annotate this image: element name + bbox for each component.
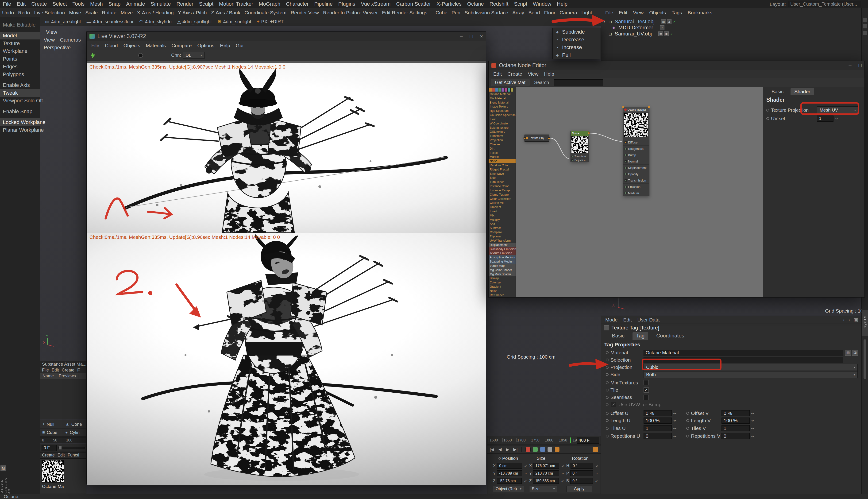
input-pin-icon[interactable]: [572, 156, 573, 157]
node-type-item[interactable]: W Coordinate: [489, 121, 516, 126]
expand-arrow-icon[interactable]: ▾: [603, 20, 609, 24]
live-viewer-menu-item[interactable]: File: [88, 43, 102, 48]
material-channel-row[interactable]: Normal: [623, 158, 649, 165]
node-graph-canvas[interactable]: Texture Proj Noise Transform: [516, 87, 763, 297]
viewport-menu-item[interactable]: Cameras: [60, 37, 81, 43]
live-viewer-menu-item[interactable]: Objects: [121, 43, 143, 48]
projection-dropdown[interactable]: Cubic ▾: [644, 364, 858, 371]
viewport-menu-item[interactable]: View: [44, 37, 55, 43]
asset-panel-column-header[interactable]: Name: [40, 374, 56, 379]
menubar-item[interactable]: Snap: [106, 1, 123, 7]
current-frame-field[interactable]: 408 F: [577, 437, 599, 443]
size-mode-dropdown[interactable]: Size▾: [529, 486, 558, 492]
uv-tag-icon[interactable]: ▣: [664, 32, 669, 36]
material-manager-menu-item[interactable]: Create: [42, 453, 55, 458]
node-type-item[interactable]: Random Color: [489, 163, 516, 168]
context-menu-item[interactable]: ▪ Increase: [553, 44, 601, 51]
color-chip[interactable]: [492, 88, 495, 92]
color-chip[interactable]: [489, 88, 492, 92]
menubar-item[interactable]: Carbon Scatter: [393, 1, 433, 7]
node-noise[interactable]: Noise Transform: [571, 131, 589, 162]
stepper-icons[interactable]: ▴▾: [596, 472, 598, 475]
node-type-item[interactable]: Falloff: [489, 151, 516, 155]
texture-tag-icon[interactable]: ▦: [661, 19, 666, 24]
pos-y-field[interactable]: -13.789 cm: [497, 470, 522, 476]
material-channel-row[interactable]: Transmission: [623, 177, 649, 183]
mode-button[interactable]: Edges: [0, 63, 40, 71]
node-type-item[interactable]: Add: [489, 222, 516, 226]
node-type-item[interactable]: Transform: [489, 134, 516, 138]
material-channel-row[interactable]: Bump: [623, 152, 649, 158]
menubar-item[interactable]: Window: [530, 1, 554, 7]
anim-dot-icon[interactable]: [606, 396, 609, 399]
toolbar-button[interactable]: Pen: [449, 10, 462, 15]
toolbar-button[interactable]: Move: [119, 10, 135, 15]
channel-pin-icon[interactable]: [624, 148, 627, 150]
node-type-item[interactable]: Baking texture: [489, 126, 516, 130]
node-type-item[interactable]: Colorizer: [489, 280, 516, 284]
plugin-button[interactable]: ☀ 4dm_sunlight: [216, 19, 253, 24]
frame-slider-handle[interactable]: [59, 446, 62, 449]
node-type-item[interactable]: RefShader: [489, 293, 516, 297]
menubar-item[interactable]: Animate: [123, 1, 148, 7]
node-header[interactable]: Octane Material: [623, 107, 649, 112]
mix-textures-checkbox[interactable]: [644, 380, 649, 385]
rot-h-field[interactable]: 0 °: [571, 463, 593, 469]
node-editor-titlebar[interactable]: Octane Node Editor – □: [489, 61, 865, 70]
repetitions-u-field[interactable]: 0: [644, 433, 672, 439]
toolbar-button[interactable]: Array: [510, 10, 526, 15]
toolbar-button[interactable]: Bend: [526, 10, 542, 15]
material-picker-icon[interactable]: ▦: [845, 350, 851, 356]
toolbar-button[interactable]: Render View: [289, 10, 321, 15]
node-type-item[interactable]: Rgb Spectrum: [489, 109, 516, 113]
anim-dot-icon[interactable]: [606, 381, 609, 384]
mode-button[interactable]: Make Editable: [0, 21, 40, 29]
node-type-item[interactable]: Sine Wave: [489, 172, 516, 176]
tiles-v-field[interactable]: 1: [721, 425, 750, 431]
node-type-item[interactable]: Triplanar: [489, 234, 516, 239]
node-type-item[interactable]: Mix: [489, 214, 516, 218]
mode-button[interactable]: Planar Workplane: [0, 126, 40, 134]
asset-panel-column-header[interactable]: Previews: [56, 374, 78, 379]
node-editor-menu-item[interactable]: Create: [504, 71, 525, 77]
node-type-item[interactable]: Compare: [489, 230, 516, 234]
phong-tag-icon[interactable]: ◪: [667, 19, 672, 24]
tab-tag[interactable]: Tag: [633, 332, 648, 340]
stepper-icons[interactable]: ◂▸: [751, 419, 755, 422]
anim-dot-icon[interactable]: [499, 457, 501, 460]
apply-button[interactable]: Apply: [566, 486, 592, 492]
object-manager-menu-item[interactable]: View: [630, 10, 646, 15]
tile-checkbox[interactable]: ✓: [644, 388, 649, 393]
side-dropdown[interactable]: Both ▾: [644, 371, 858, 378]
color-chip[interactable]: [495, 88, 498, 92]
color-chip[interactable]: [498, 88, 501, 92]
anim-dot-icon[interactable]: [686, 427, 689, 430]
color-chip[interactable]: [525, 447, 530, 452]
stepper-icons[interactable]: ◂▸: [835, 117, 839, 120]
material-channel-row[interactable]: Displacement: [623, 165, 649, 171]
stepper-icons[interactable]: ▴▾: [596, 465, 598, 467]
channel-pin-icon[interactable]: [624, 179, 627, 182]
object-manager-menu-item[interactable]: Tags: [669, 10, 685, 15]
minimize-icon[interactable]: –: [460, 33, 463, 39]
mode-button[interactable]: Texture: [0, 39, 40, 47]
color-chip[interactable]: [511, 88, 513, 92]
material-link-field[interactable]: Octane Material: [644, 350, 843, 356]
menubar-item[interactable]: Redshift: [487, 1, 511, 7]
channel-pin-icon[interactable]: [624, 154, 627, 156]
node-type-item[interactable]: Image Texture: [489, 105, 516, 109]
node-type-item[interactable]: Instance Range: [489, 188, 516, 193]
object-manager-menu-item[interactable]: Objects: [646, 10, 669, 15]
anim-dot-icon[interactable]: [606, 358, 609, 361]
node-type-item[interactable]: Color Correction: [489, 197, 516, 201]
mode-button[interactable]: Enable Axis: [0, 81, 40, 89]
plugin-button[interactable]: ◠ 4dm_skyhdri: [137, 19, 173, 24]
node-editor-menu-item[interactable]: View: [525, 71, 541, 77]
node-editor-menu-item[interactable]: Edit: [490, 71, 504, 77]
color-chip[interactable]: [501, 88, 504, 92]
panel-icon[interactable]: [863, 24, 867, 28]
texture-tag-icon[interactable]: ▦: [658, 32, 663, 36]
anim-dot-icon[interactable]: [606, 351, 609, 354]
live-viewer-menu-item[interactable]: Gui: [233, 43, 246, 48]
node-type-item[interactable]: Mg Color Shader: [489, 268, 516, 272]
